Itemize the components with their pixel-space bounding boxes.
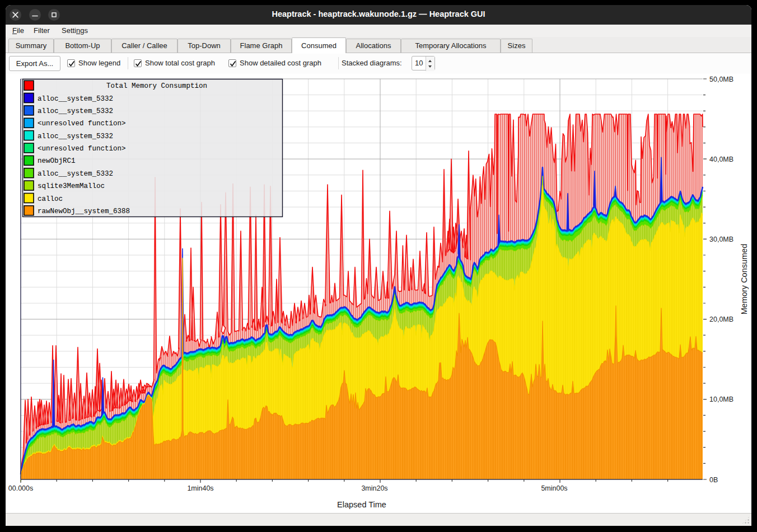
svg-text:newObjRC1: newObjRC1 xyxy=(38,157,76,165)
svg-text:00.000s: 00.000s xyxy=(8,484,33,492)
svg-text:20,0MB: 20,0MB xyxy=(709,316,733,323)
svg-text:40,0MB: 40,0MB xyxy=(709,156,733,163)
svg-text:3min20s: 3min20s xyxy=(361,484,387,492)
svg-text:sqlite3MemMalloc: sqlite3MemMalloc xyxy=(38,182,105,190)
svg-text:alloc__system_5332: alloc__system_5332 xyxy=(38,133,113,140)
svg-text:50,0MB: 50,0MB xyxy=(709,76,733,83)
svg-text:calloc: calloc xyxy=(38,195,63,203)
svg-text:alloc__system_5332: alloc__system_5332 xyxy=(38,95,113,103)
svg-text:<unresolved function>: <unresolved function> xyxy=(38,120,126,128)
svg-text:Elapsed Time: Elapsed Time xyxy=(337,500,386,509)
svg-text:30,0MB: 30,0MB xyxy=(709,236,733,243)
svg-text:<unresolved function>: <unresolved function> xyxy=(38,145,126,153)
svg-text:alloc__system_5332: alloc__system_5332 xyxy=(38,107,113,115)
svg-text:rawNewObj__system_6388: rawNewObj__system_6388 xyxy=(38,208,130,215)
svg-text:10,0MB: 10,0MB xyxy=(709,396,733,403)
svg-text:5min00s: 5min00s xyxy=(541,484,567,492)
svg-text:0B: 0B xyxy=(709,476,718,484)
svg-text:1min40s: 1min40s xyxy=(187,484,213,492)
svg-text:Memory Consumed: Memory Consumed xyxy=(740,244,749,315)
svg-text:alloc__system_5332: alloc__system_5332 xyxy=(38,170,113,178)
svg-text:Total Memory Consumption: Total Memory Consumption xyxy=(106,82,207,90)
